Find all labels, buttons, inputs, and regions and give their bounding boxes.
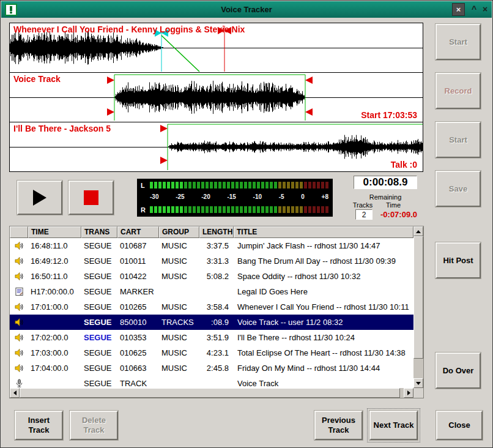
vertical-scroll-thumb[interactable] — [413, 236, 423, 359]
marker-icon — [10, 287, 28, 296]
cell-title: Jumpin' Jack Flash -- rdhost 11/30 14:47 — [234, 241, 413, 250]
cell-trans: SEGUE — [81, 272, 117, 281]
cell-group: MUSIC — [159, 272, 199, 281]
log-row[interactable]: H17:00:00.0SEGUEMARKERLegal ID Goes Here — [10, 284, 413, 299]
log-row[interactable]: SEGUETRACKVoice Track — [10, 376, 413, 388]
record-button[interactable]: Record — [436, 73, 481, 109]
scroll-left-button[interactable] — [10, 388, 20, 398]
cell-title: Friday On My Mind -- rdhost 11/30 14:44 — [234, 364, 413, 373]
scroll-right-button[interactable] — [404, 388, 413, 398]
horizontal-scrollbar[interactable] — [10, 388, 413, 398]
cell-group: MUSIC — [159, 364, 199, 373]
previous-track-button[interactable]: Previous Track — [314, 411, 363, 440]
delete-track-button[interactable]: Delete Track — [70, 411, 118, 440]
cell-group: MUSIC — [159, 241, 199, 250]
right-arrow-icon — [407, 390, 410, 395]
cell-title: I'll Be There -- rdhost 11/30 10:24 — [234, 333, 413, 342]
column-header-icon[interactable] — [10, 226, 28, 238]
cell-length: 3:31.3 — [199, 256, 234, 266]
column-header-group[interactable]: GROUP — [159, 226, 199, 238]
remaining-tracks-label: Tracks — [347, 201, 379, 209]
vertical-scrollbar[interactable] — [413, 226, 423, 388]
waveform-track-3[interactable]: I'll Be There - Jackson 5 Talk :0 — [9, 122, 423, 172]
log-row[interactable]: 17:01:00.0SEGUE010265MUSIC3:58.4Whenever… — [10, 299, 413, 315]
track2-title: Voice Track — [13, 74, 61, 84]
column-header-time[interactable]: TIME — [28, 226, 81, 238]
meter-scale-label: +8 — [322, 193, 328, 200]
cell-group: MUSIC — [159, 333, 199, 342]
cell-group: MUSIC — [159, 348, 199, 357]
cell-cart: TRACK — [117, 379, 159, 388]
start-button-1[interactable]: Start — [436, 24, 481, 60]
meter-bar-right — [150, 206, 328, 213]
window-close-button[interactable]: × — [452, 3, 465, 16]
start-button-2[interactable]: Start — [436, 122, 481, 158]
save-button[interactable]: Save — [436, 171, 481, 207]
window-maximize-button[interactable]: ^ — [470, 3, 478, 16]
remaining-time-label: Time — [380, 201, 407, 209]
cell-time: 16:50:11.0 — [28, 272, 81, 281]
cell-length: 2:45.8 — [199, 364, 234, 373]
speaker-icon — [10, 241, 28, 250]
cell-trans: SEGUE — [81, 302, 117, 312]
hit-post-button[interactable]: Hit Post — [436, 242, 481, 278]
track3-talk-time: Talk :0 — [391, 160, 417, 170]
cell-trans: SEGUE — [81, 287, 117, 296]
speaker-icon — [10, 333, 28, 342]
insert-track-button[interactable]: Insert Track — [15, 411, 63, 440]
cell-title: Voice Track — [234, 379, 413, 388]
close-button[interactable]: Close — [436, 411, 483, 440]
elapsed-time-display: 0:00:08.9 — [354, 176, 417, 189]
log-row[interactable]: 16:50:11.0SEGUE010422MUSIC5:08.2Space Od… — [10, 269, 413, 284]
stop-button[interactable] — [69, 181, 114, 215]
cell-title: Total Eclipse Of The Heart -- rdhost 11/… — [234, 348, 413, 357]
remaining-label: Remaining — [354, 193, 417, 201]
speaker-icon — [10, 348, 28, 357]
cell-title: Legal ID Goes Here — [234, 287, 413, 296]
log-row[interactable]: 17:03:00.0SEGUE010625MUSIC4:23.1Total Ec… — [10, 345, 413, 360]
scrollbar-corner — [413, 388, 423, 398]
cell-cart: 850010 — [117, 318, 159, 327]
meter-bar-left — [150, 182, 328, 189]
up-arrow-icon — [416, 230, 421, 233]
window-title: Voice Tracker — [1, 5, 492, 14]
cell-length: 3:58.4 — [199, 302, 234, 312]
log-row[interactable]: SEGUE850010TRACKS:08.9Voice Track -- use… — [10, 315, 413, 330]
window-close-button-2[interactable]: × — [481, 3, 489, 16]
meter-scale-label: -5 — [279, 193, 284, 200]
play-icon — [33, 190, 46, 206]
scroll-up-button[interactable] — [413, 226, 423, 236]
log-row[interactable]: 16:48:11.0SEGUE010687MUSIC3:37.5Jumpin' … — [10, 238, 413, 253]
cell-cart: 010011 — [117, 256, 159, 266]
scroll-down-button[interactable] — [413, 378, 423, 388]
cell-group: MUSIC — [159, 256, 199, 266]
waveform-track-2[interactable]: Voice Track Start 17:03:53 — [9, 72, 423, 122]
cell-trans: SEGUE — [81, 379, 117, 388]
do-over-button[interactable]: Do Over — [436, 353, 481, 389]
horizontal-scroll-thumb[interactable] — [20, 388, 400, 398]
track1-title: Whenever I Call You Friend - Kenny Loggi… — [13, 24, 245, 34]
cell-cart: 010687 — [117, 241, 159, 250]
log-row[interactable]: 16:49:12.0SEGUE010011MUSIC3:31.3Bang The… — [10, 253, 413, 269]
titlebar[interactable]: Voice Tracker × ^ × — [1, 1, 492, 18]
cell-time: 16:48:11.0 — [28, 241, 81, 250]
meter-scale: -30-25-20-15-10-50+8 — [150, 193, 328, 200]
next-track-button[interactable]: Next Track — [369, 411, 418, 440]
log-row[interactable]: 17:02:00.0SEGUE010353MUSIC3:51.9I'll Be … — [10, 330, 413, 345]
play-button[interactable] — [17, 181, 62, 215]
speaker-icon — [10, 256, 28, 266]
track3-title: I'll Be There - Jackson 5 — [13, 124, 111, 133]
log-row[interactable]: 17:04:00.0SEGUE010663MUSIC2:45.8Friday O… — [10, 360, 413, 376]
cell-cart: MARKER — [117, 287, 159, 296]
remaining-tracks-value: 2 — [355, 209, 373, 220]
column-header-title[interactable]: TITLE — [234, 226, 413, 238]
cell-trans: SEGUE — [81, 241, 117, 250]
cell-cart: 010422 — [117, 272, 159, 281]
column-header-length[interactable]: LENGTH — [199, 226, 234, 238]
column-header-trans[interactable]: TRANS — [81, 226, 117, 238]
waveform-track-1[interactable]: Whenever I Call You Friend - Kenny Loggi… — [9, 23, 423, 73]
mic-icon — [10, 379, 28, 388]
column-header-cart[interactable]: CART — [117, 226, 159, 238]
meter-right-label: R — [141, 206, 146, 214]
meter-left-label: L — [141, 182, 145, 189]
